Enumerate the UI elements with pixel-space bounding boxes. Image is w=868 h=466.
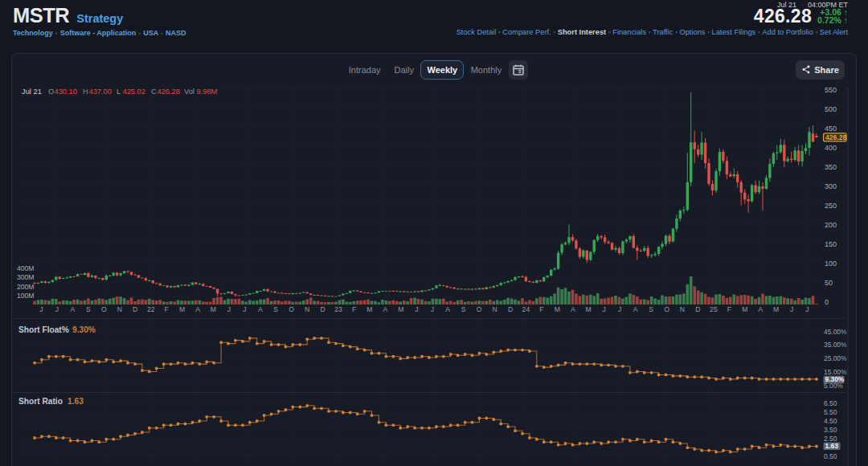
svg-text:S: S bbox=[461, 305, 466, 313]
svg-text:Short Ratio: Short Ratio bbox=[18, 397, 63, 406]
svg-text:15.00%: 15.00% bbox=[824, 368, 847, 376]
svg-text:S: S bbox=[273, 305, 278, 313]
svg-text:437.00: 437.00 bbox=[89, 88, 112, 96]
svg-text:O: O bbox=[48, 88, 54, 96]
svg-text:5.50: 5.50 bbox=[824, 408, 837, 416]
svg-text:A: A bbox=[71, 305, 76, 313]
svg-text:O: O bbox=[101, 305, 107, 313]
svg-text:M: M bbox=[366, 305, 372, 313]
svg-text:430.10: 430.10 bbox=[55, 88, 77, 96]
svg-text:500: 500 bbox=[825, 105, 837, 113]
svg-text:M: M bbox=[742, 305, 747, 313]
svg-text:4.50: 4.50 bbox=[824, 417, 837, 425]
svg-text:426.28: 426.28 bbox=[825, 133, 847, 141]
svg-text:2.50: 2.50 bbox=[824, 435, 837, 443]
svg-text:J: J bbox=[618, 305, 621, 313]
svg-text:0.50: 0.50 bbox=[824, 452, 837, 460]
svg-text:Short Float%: Short Float% bbox=[18, 325, 69, 334]
svg-text:J: J bbox=[603, 305, 606, 313]
svg-text:O: O bbox=[664, 305, 669, 313]
svg-text:J: J bbox=[431, 305, 434, 313]
svg-text:D: D bbox=[695, 305, 700, 313]
svg-text:A: A bbox=[195, 305, 200, 313]
svg-text:100M: 100M bbox=[17, 292, 35, 300]
svg-text:J: J bbox=[243, 305, 246, 313]
svg-text:D: D bbox=[508, 305, 513, 313]
svg-text:400M: 400M bbox=[17, 264, 35, 272]
svg-text:N: N bbox=[117, 305, 122, 313]
svg-text:100: 100 bbox=[825, 260, 837, 268]
svg-text:J: J bbox=[415, 305, 418, 313]
svg-text:45.00%: 45.00% bbox=[824, 328, 847, 336]
svg-text:25.00%: 25.00% bbox=[824, 354, 847, 362]
svg-text:6.50: 6.50 bbox=[824, 399, 837, 407]
svg-text:3.50: 3.50 bbox=[824, 426, 837, 434]
svg-text:22: 22 bbox=[147, 305, 155, 313]
svg-text:9.30%: 9.30% bbox=[72, 325, 96, 334]
svg-text:Vol: Vol bbox=[184, 88, 194, 96]
svg-text:A: A bbox=[383, 305, 388, 313]
svg-text:425.02: 425.02 bbox=[123, 88, 145, 96]
svg-text:150: 150 bbox=[825, 240, 837, 248]
svg-text:J: J bbox=[227, 305, 231, 313]
svg-text:200: 200 bbox=[825, 221, 837, 229]
svg-text:300M: 300M bbox=[17, 273, 35, 281]
svg-text:L: L bbox=[117, 88, 121, 96]
svg-text:A: A bbox=[445, 305, 450, 313]
svg-text:550: 550 bbox=[825, 86, 837, 94]
svg-text:200M: 200M bbox=[17, 283, 35, 291]
svg-text:Jul 21: Jul 21 bbox=[22, 88, 42, 96]
svg-text:F: F bbox=[164, 305, 168, 313]
svg-text:M: M bbox=[555, 305, 560, 313]
svg-text:O: O bbox=[477, 305, 482, 313]
svg-text:250: 250 bbox=[825, 202, 837, 210]
svg-text:M: M bbox=[211, 305, 216, 313]
svg-text:O: O bbox=[289, 305, 294, 313]
svg-text:F: F bbox=[352, 305, 356, 313]
svg-text:A: A bbox=[758, 305, 763, 313]
svg-text:23: 23 bbox=[334, 305, 342, 313]
svg-text:J: J bbox=[55, 305, 59, 313]
svg-text:9.30%: 9.30% bbox=[825, 375, 845, 383]
svg-text:300: 300 bbox=[825, 182, 837, 190]
svg-text:C: C bbox=[151, 88, 157, 96]
svg-text:1.63: 1.63 bbox=[825, 442, 839, 450]
svg-text:M: M bbox=[179, 305, 185, 313]
svg-text:35.00%: 35.00% bbox=[824, 341, 847, 349]
svg-text:D: D bbox=[320, 305, 325, 313]
svg-text:M: M bbox=[586, 305, 592, 313]
svg-text:0: 0 bbox=[825, 298, 829, 306]
svg-text:M: M bbox=[773, 305, 779, 313]
svg-text:J: J bbox=[790, 305, 793, 313]
svg-text:400: 400 bbox=[825, 144, 837, 152]
svg-text:450: 450 bbox=[825, 125, 837, 133]
svg-text:F: F bbox=[539, 305, 543, 313]
svg-text:N: N bbox=[305, 305, 309, 313]
svg-text:F: F bbox=[727, 305, 731, 313]
svg-text:N: N bbox=[680, 305, 685, 313]
svg-text:350: 350 bbox=[825, 163, 837, 171]
svg-text:S: S bbox=[86, 305, 91, 313]
svg-text:25: 25 bbox=[710, 305, 718, 313]
svg-text:50: 50 bbox=[825, 279, 833, 287]
svg-text:1.63: 1.63 bbox=[68, 397, 84, 406]
svg-text:S: S bbox=[649, 305, 653, 313]
svg-text:A: A bbox=[258, 305, 263, 313]
svg-text:D: D bbox=[133, 305, 137, 313]
svg-text:A: A bbox=[633, 305, 638, 313]
svg-text:426.28: 426.28 bbox=[158, 88, 180, 96]
svg-text:24: 24 bbox=[522, 305, 530, 313]
svg-text:M: M bbox=[398, 305, 403, 313]
svg-text:9.98M: 9.98M bbox=[197, 88, 218, 96]
svg-text:N: N bbox=[492, 305, 497, 313]
svg-text:A: A bbox=[571, 305, 575, 313]
svg-text:J: J bbox=[39, 305, 43, 313]
svg-text:J: J bbox=[805, 305, 809, 313]
svg-text:H: H bbox=[83, 88, 88, 96]
